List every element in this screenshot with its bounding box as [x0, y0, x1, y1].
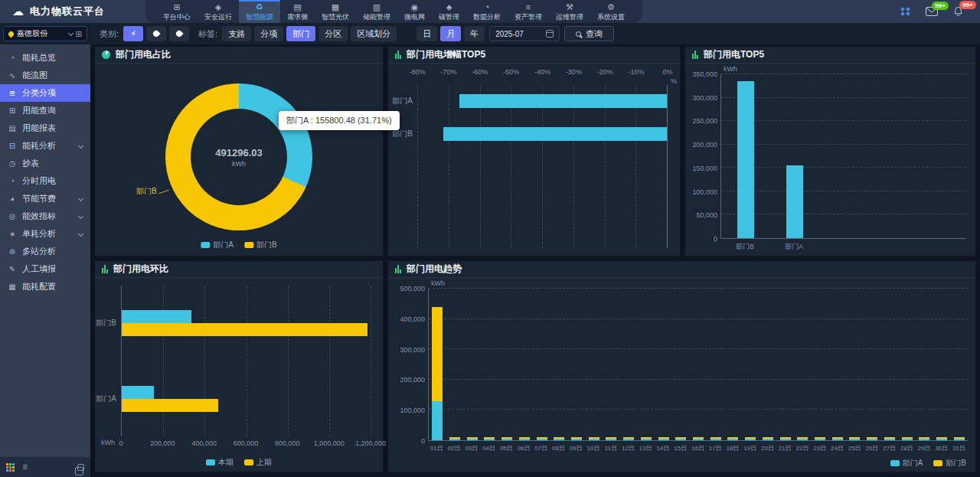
- bar-30日-部门B[interactable]: [936, 437, 947, 439]
- tag-button[interactable]: 分区: [318, 26, 348, 41]
- tag-button[interactable]: 区域划分: [351, 26, 397, 41]
- legend-item[interactable]: 部门A: [890, 458, 923, 469]
- bar-09日-部门A[interactable]: [571, 439, 582, 440]
- nav-item-asset-mgmt[interactable]: ≡资产管理: [508, 0, 549, 23]
- bar-22日-部门B[interactable]: [797, 437, 808, 439]
- sidebar-item-manual-report[interactable]: ✎人工填报: [0, 260, 90, 278]
- nav-item-platform-center[interactable]: ⊞平台中心: [156, 0, 198, 23]
- bar-19日-部门A[interactable]: [745, 439, 756, 440]
- bar-01日-部门B[interactable]: [432, 307, 443, 401]
- nav-item-microgrid[interactable]: ◉微电网: [397, 0, 432, 23]
- nav-item-smart-pv[interactable]: ▦智慧光伏: [315, 0, 356, 23]
- bar-06日-部门A[interactable]: [519, 439, 530, 440]
- tag-button[interactable]: 支路: [222, 26, 251, 41]
- bar-24日-部门A[interactable]: [832, 439, 843, 440]
- bar-部门A[interactable]: [459, 94, 667, 108]
- bar-21日-部门A[interactable]: [780, 439, 791, 440]
- search-button[interactable]: 查询: [564, 26, 614, 41]
- bar-27日-部门B[interactable]: [884, 437, 895, 439]
- category-button-water[interactable]: [146, 26, 166, 41]
- bar-26日-部门B[interactable]: [867, 437, 877, 439]
- bar-12日-部门B[interactable]: [623, 437, 634, 439]
- bar-09日-部门B[interactable]: [571, 437, 582, 439]
- bar-23日-部门A[interactable]: [815, 439, 825, 440]
- bar-15日-部门B[interactable]: [675, 437, 686, 439]
- bar-部门A-上期[interactable]: [122, 399, 218, 412]
- bar-17日-部门A[interactable]: [710, 439, 721, 440]
- date-picker[interactable]: 2025-07: [489, 26, 560, 41]
- bar-10日-部门A[interactable]: [589, 439, 599, 440]
- bar-30日-部门A[interactable]: [936, 439, 947, 440]
- bar-13日-部门B[interactable]: [641, 437, 652, 439]
- period-button[interactable]: 月: [440, 26, 461, 41]
- mail-button[interactable]: 99+: [926, 7, 938, 16]
- bar-20日-部门B[interactable]: [763, 437, 773, 439]
- nav-item-safe-operation[interactable]: ◈安全运行: [198, 0, 239, 23]
- sidebar-item-multi-station[interactable]: ⊚多站分析: [0, 243, 90, 260]
- collapse-sidebar-icon[interactable]: [77, 464, 84, 471]
- bar-部门B-上期[interactable]: [122, 323, 368, 336]
- color-grid-icon[interactable]: [6, 463, 15, 472]
- bar-04日-部门A[interactable]: [484, 439, 495, 440]
- org-selector[interactable]: 嘉德股份 ⊞: [3, 26, 87, 41]
- bar-31日-部门A[interactable]: [954, 439, 965, 440]
- sidebar-item-tou-power[interactable]: ◔分时用电: [0, 172, 90, 190]
- period-button[interactable]: 日: [416, 26, 437, 41]
- bar-22日-部门A[interactable]: [797, 439, 808, 440]
- bar-05日-部门B[interactable]: [501, 437, 512, 439]
- sidebar-item-energy-config[interactable]: ▦能耗配置: [0, 278, 90, 296]
- bar-07日-部门A[interactable]: [537, 439, 547, 440]
- bar-02日-部门B[interactable]: [449, 437, 460, 439]
- nav-item-ops-mgmt[interactable]: ⚒运维管理: [549, 0, 590, 23]
- category-button-fire[interactable]: [169, 26, 189, 41]
- bar-07日-部门B[interactable]: [537, 437, 547, 439]
- tag-button[interactable]: 分项: [254, 26, 283, 41]
- bar-25日-部门A[interactable]: [849, 439, 860, 440]
- bar-25日-部门B[interactable]: [849, 437, 860, 439]
- bar-13日-部门A[interactable]: [641, 439, 652, 440]
- sidebar-item-unit-consumption[interactable]: ∗单耗分析: [0, 225, 90, 243]
- bar-15日-部门A[interactable]: [675, 439, 686, 440]
- category-button-electric[interactable]: ⚡: [123, 26, 143, 41]
- sidebar-item-energy-analysis[interactable]: ⊟能耗分析: [0, 137, 90, 155]
- bar-08日-部门B[interactable]: [554, 437, 564, 439]
- bar-20日-部门A[interactable]: [763, 439, 773, 440]
- sidebar-item-energy-overview[interactable]: ◔能耗总览: [0, 49, 90, 67]
- legend-item[interactable]: 部门B: [933, 458, 966, 469]
- bar-12日-部门A[interactable]: [623, 439, 634, 440]
- bar-08日-部门A[interactable]: [554, 439, 564, 440]
- bar-01日-部门A[interactable]: [432, 401, 443, 440]
- nav-item-storage-mgmt[interactable]: ▥储能管理: [356, 0, 397, 23]
- bar-11日-部门B[interactable]: [606, 437, 616, 439]
- sidebar-item-energy-report[interactable]: ▤用能报表: [0, 119, 90, 137]
- menu-list-icon[interactable]: ≡: [22, 462, 28, 472]
- bar-19日-部门B[interactable]: [745, 437, 756, 439]
- sidebar-item-category-breakdown[interactable]: ≣分类分项: [0, 84, 90, 102]
- bar-27日-部门A[interactable]: [884, 439, 895, 440]
- bar-31日-部门B[interactable]: [954, 437, 965, 439]
- legend-item[interactable]: 部门A: [201, 240, 234, 250]
- bar-21日-部门B[interactable]: [780, 437, 791, 439]
- bar-02日-部门A[interactable]: [449, 439, 460, 440]
- bar-23日-部门B[interactable]: [815, 437, 825, 439]
- bar-14日-部门A[interactable]: [658, 439, 669, 440]
- bar-29日-部门B[interactable]: [919, 437, 929, 439]
- sidebar-item-energy-flow[interactable]: ∿能流图: [0, 67, 90, 84]
- bar-03日-部门A[interactable]: [467, 439, 478, 440]
- bar-18日-部门B[interactable]: [727, 437, 738, 439]
- bar-部门A-本期[interactable]: [122, 386, 154, 399]
- bar-部门B[interactable]: [443, 127, 667, 141]
- notification-button[interactable]: 99+: [953, 6, 963, 17]
- nav-item-smart-energy[interactable]: ♻智慧能源: [239, 0, 280, 23]
- org-tree-icon[interactable]: ⊞: [76, 30, 82, 38]
- legend-item[interactable]: 部门B: [244, 240, 277, 250]
- bar-17日-部门B[interactable]: [710, 437, 721, 439]
- sidebar-item-energy-saving[interactable]: ◕节能节费: [0, 190, 90, 207]
- bar-29日-部门A[interactable]: [919, 439, 929, 440]
- nav-item-system-settings[interactable]: ⚙系统设置: [590, 0, 632, 23]
- bar-16日-部门B[interactable]: [693, 437, 704, 439]
- bar-06日-部门B[interactable]: [519, 437, 530, 439]
- nav-item-carbon-mgmt[interactable]: ♣碳管理: [432, 0, 466, 23]
- bar-部门B[interactable]: [737, 81, 754, 238]
- bar-03日-部门B[interactable]: [467, 437, 478, 439]
